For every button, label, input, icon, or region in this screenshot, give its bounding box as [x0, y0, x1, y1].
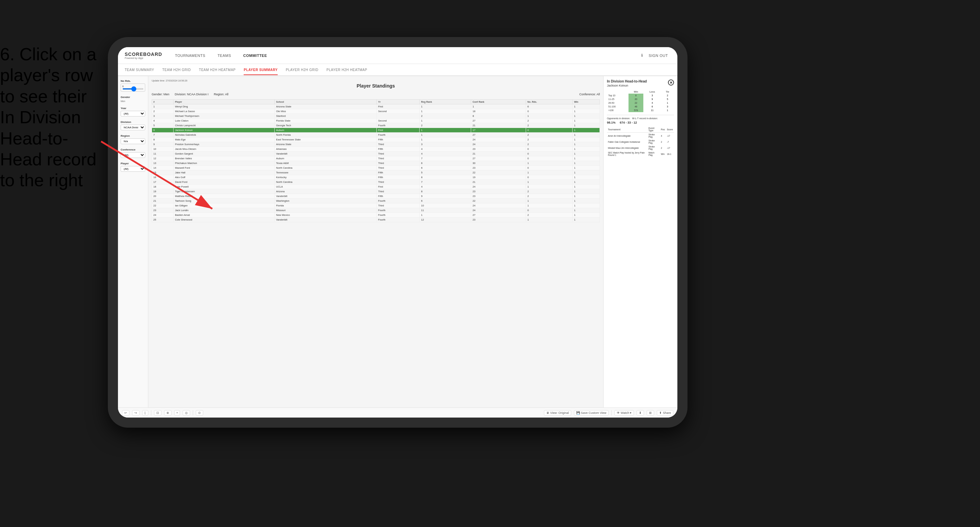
cell-no-rds: 2 [526, 123, 573, 128]
h2h-row: 11-25 20 9 5 [607, 97, 674, 101]
toolbar-grid[interactable]: ⊞ [647, 410, 654, 416]
table-row[interactable]: 15 Jake Hall Tennessee Fifth 5 22 1 1 [152, 170, 600, 175]
table-row[interactable]: 18 Luke Powell UCLA First 4 24 1 1 [152, 184, 600, 189]
h2h-loss: 9 [643, 97, 661, 101]
cell-yr: Fifth [377, 175, 420, 180]
table-row[interactable]: 13 Phichakun Maichon Texas A&M Third 6 3… [152, 161, 600, 166]
cell-no-rds: 1 [526, 199, 573, 203]
cell-no-rds: 1 [526, 203, 573, 208]
table-row[interactable]: 11 Gordon Sargent Vanderbilt Third 4 21 … [152, 152, 600, 156]
h2h-loss: 3 [643, 94, 661, 97]
sub-nav-player-h2h-heatmap[interactable]: PLAYER H2H HEATMAP [326, 65, 368, 75]
h2h-tie: 3 [661, 105, 674, 108]
cell-school: Kentucky [275, 175, 377, 180]
nav-teams[interactable]: TEAMS [215, 52, 234, 59]
sub-nav-player-h2h-grid[interactable]: PLAYER H2H GRID [286, 65, 318, 75]
table-row[interactable]: 24 Bastien Amat New Mexico Fourth 1 27 2… [152, 213, 600, 217]
cell-player: Matthew Riedel [173, 194, 275, 199]
view-original-button[interactable]: 🖥 View: Original [544, 410, 571, 416]
table-row[interactable]: 3 Michael Thorbjornsen Stanford 2 8 1 1 [152, 114, 600, 119]
save-custom-button[interactable]: 💾 Save Custom View [574, 410, 609, 416]
table-row[interactable]: 2 Michael La Sasso Ole Miss Second 1 18 … [152, 109, 600, 114]
tourney-name: Fallen Oak Collegiate Invitational [607, 139, 648, 145]
table-row[interactable]: 22 Ian Gilligan Florida Third 10 24 1 1 [152, 203, 600, 208]
tourney-col-name: Tournament [607, 126, 648, 133]
cell-conf-rank: 22 [471, 170, 526, 175]
table-row[interactable]: 9 Preston Summerhays Arizona State Third… [152, 142, 600, 147]
table-row[interactable]: 25 Cole Sherwood Vanderbilt Fourth 12 23… [152, 217, 600, 222]
table-row[interactable]: 21 Taehoon Song Washington Fourth 6 22 1… [152, 199, 600, 203]
toolbar-btn-5[interactable]: ⊕ [164, 410, 172, 416]
table-row[interactable]: 7 Nicholas Gabrelcik North Florida Fourt… [152, 133, 600, 137]
region-select[interactable]: N/a [121, 138, 145, 144]
cell-win: 1 [573, 203, 600, 208]
table-row[interactable]: 23 Jack Lundin Missouri Fourth 11 24 0 1 [152, 208, 600, 213]
toolbar-sep-3 [611, 410, 612, 416]
table-row[interactable]: 4 Luke Claton Florida State Second 1 27 … [152, 119, 600, 123]
year-select[interactable]: (All) [121, 111, 145, 116]
table-row[interactable]: 10 Jacob Mou-Olesen Arkansas Fifth 4 23 … [152, 147, 600, 152]
conference-select[interactable]: (All) [121, 152, 145, 158]
no-rds-slider[interactable] [123, 88, 143, 90]
toolbar-btn-6[interactable]: • [174, 410, 180, 416]
watch-button[interactable]: 👁 Watch ▾ [614, 410, 634, 416]
player-select[interactable]: (All) [121, 166, 145, 172]
redo-button[interactable]: ↪ [132, 410, 140, 416]
tourney-type: Match Play [648, 151, 660, 157]
toolbar-btn-4[interactable]: ⊡ [154, 410, 161, 416]
tournament-row: Amer Ari Intercollegiate Stroke Play 4 -… [607, 133, 674, 139]
undo-button[interactable]: ↩ [122, 410, 129, 416]
cell-player: Brendan Valles [173, 156, 275, 161]
share-button[interactable]: ⬆ Share [657, 410, 673, 416]
cell-school: North Carolina [275, 166, 377, 170]
top-nav: SCOREBOARD Powered by clippi TOURNAMENTS… [118, 47, 678, 64]
table-row[interactable]: 20 Matthew Riedel Vanderbilt Fifth 9 23 … [152, 194, 600, 199]
table-row[interactable]: 1 Wenyi Ding Arizona State First 1 1 6 1 [152, 105, 600, 109]
cell-conf-rank: 23 [471, 217, 526, 222]
table-row[interactable]: 6 Jackson Koivun Auburn First 1 17 0 1 [152, 128, 600, 133]
cell-reg-rank: 8 [420, 175, 471, 180]
cell-no-rds: 2 [526, 142, 573, 147]
cell-reg-rank: 1 [420, 128, 471, 133]
cell-num: 1 [152, 105, 173, 109]
toolbar-btn-7[interactable]: ◎ [183, 410, 190, 416]
tourney-pos: 2 [660, 139, 666, 145]
cell-player: Phichakun Maichon [173, 161, 275, 166]
sub-nav-team-summary[interactable]: TEAM SUMMARY [125, 65, 154, 75]
tourney-type: Stroke Play [648, 139, 660, 145]
cell-reg-rank: 6 [420, 166, 471, 170]
toolbar-btn-8[interactable]: ⊙ [196, 410, 203, 416]
division-select[interactable]: NCAA Division I [121, 125, 145, 130]
close-button[interactable]: ✕ [668, 79, 674, 86]
sub-nav-player-summary[interactable]: PLAYER SUMMARY [243, 65, 278, 75]
sign-out-link[interactable]: Sign out [646, 52, 671, 59]
nav-right: ℹ Sign out [641, 52, 671, 59]
toolbar-btn-3[interactable]: ⌊ [142, 410, 148, 416]
cell-yr: Third [377, 156, 420, 161]
cell-conf-rank: 19 [471, 175, 526, 180]
table-row[interactable]: 14 Maxwell Ford North Carolina Third 6 2… [152, 166, 600, 170]
cell-reg-rank: 1 [420, 133, 471, 137]
table-row[interactable]: 8 Mats Ege East Tennessee State Fifth 1 … [152, 137, 600, 142]
table-row[interactable]: 19 Tiger Christensen Arizona Third 8 23 … [152, 189, 600, 194]
cell-player: Bastien Amat [173, 213, 275, 217]
cell-no-rds: 2 [526, 194, 573, 199]
cell-no-rds: 0 [526, 208, 573, 213]
cell-yr: Fourth [377, 213, 420, 217]
nav-committee[interactable]: COMMITTEE [240, 52, 270, 59]
h2h-opponents-label: Opponents in division: W-L-T record in-d… [607, 117, 674, 119]
table-row[interactable]: 16 Alex Goff Kentucky Fifth 8 19 0 1 [152, 175, 600, 180]
nav-tournaments[interactable]: TOURNAMENTS [172, 52, 208, 59]
gender-filter: Gender: Men [152, 93, 170, 96]
sub-nav-team-h2h-heatmap[interactable]: TEAM H2H HEATMAP [199, 65, 235, 75]
table-row[interactable]: 12 Brendan Valles Auburn Third 7 27 0 1 [152, 156, 600, 161]
sidebar-year: Year (All) [121, 107, 145, 116]
table-row[interactable]: 5 Christo Lamprecht Georgia Tech Fourth … [152, 123, 600, 128]
cell-win: 1 [573, 147, 600, 152]
table-row[interactable]: 17 David Ford North Carolina Third 7 21 … [152, 180, 600, 184]
cell-yr: Third [377, 142, 420, 147]
toolbar-export[interactable]: ⬇ [636, 410, 644, 416]
sub-nav-team-h2h-grid[interactable]: TEAM H2H GRID [162, 65, 191, 75]
h2h-label: 51-100 [607, 105, 628, 108]
toolbar-sep-1 [151, 410, 151, 416]
